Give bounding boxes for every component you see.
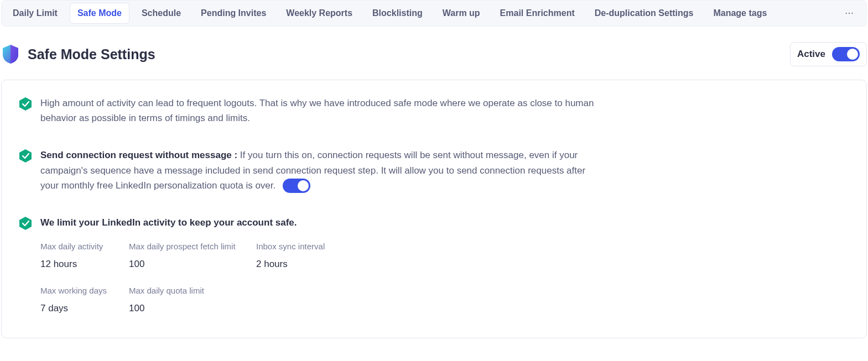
active-status-box: Active: [790, 42, 867, 66]
limit-value: 100: [129, 257, 256, 271]
tab-email-enrichment[interactable]: Email Enrichment: [492, 3, 583, 24]
limits-grid: Max daily activity 12 hours Max daily pr…: [40, 240, 389, 315]
more-tabs-button[interactable]: ···: [836, 4, 863, 23]
page-title: Safe Mode Settings: [28, 46, 155, 62]
limits-heading: We limit your LinkedIn activity to keep …: [40, 215, 389, 230]
no-message-text: Send connection request without message …: [40, 148, 605, 193]
info-item-limits: We limit your LinkedIn activity to keep …: [18, 215, 850, 316]
tab-safe-mode[interactable]: Safe Mode: [70, 3, 129, 24]
limit-max-daily-activity: Max daily activity 12 hours: [40, 240, 129, 271]
tab-warm-up[interactable]: Warm up: [435, 3, 488, 24]
no-message-bold: Send connection request without message …: [40, 150, 240, 160]
limit-label: Max daily activity: [40, 240, 129, 253]
limit-label: Max working days: [40, 284, 129, 297]
info-item-intro: High amount of activity can lead to freq…: [18, 96, 850, 125]
tab-schedule[interactable]: Schedule: [134, 3, 189, 24]
info-item-no-message: Send connection request without message …: [18, 148, 850, 193]
svg-marker-1: [19, 149, 32, 163]
limit-value: 12 hours: [40, 257, 129, 271]
shield-icon: [1, 44, 20, 65]
limit-label: Inbox sync interval: [256, 240, 389, 253]
hex-check-icon: [18, 216, 33, 231]
tab-bar: Daily Limit Safe Mode Schedule Pending I…: [1, 0, 867, 27]
tab-pending-invites[interactable]: Pending Invites: [193, 3, 274, 24]
active-toggle[interactable]: [832, 47, 860, 61]
tab-manage-tags[interactable]: Manage tags: [705, 3, 775, 24]
active-label: Active: [797, 49, 825, 60]
hex-check-icon: [18, 149, 33, 163]
limit-max-daily-quota: Max daily quota limit 100: [129, 284, 256, 316]
limit-value: 100: [129, 301, 256, 316]
tab-de-duplication-settings[interactable]: De-duplication Settings: [587, 3, 701, 24]
limit-max-working-days: Max working days 7 days: [40, 284, 129, 316]
limit-value: 2 hours: [256, 257, 389, 271]
limit-label: Max daily quota limit: [129, 284, 256, 297]
limit-label: Max daily prospect fetch limit: [129, 240, 256, 253]
page-header: Safe Mode Settings Active: [1, 27, 867, 80]
no-message-toggle[interactable]: [283, 179, 310, 193]
tab-daily-limit[interactable]: Daily Limit: [5, 3, 65, 24]
limit-inbox-sync-interval: Inbox sync interval 2 hours: [256, 240, 389, 271]
svg-marker-0: [19, 97, 32, 111]
intro-text: High amount of activity can lead to freq…: [40, 96, 605, 125]
limit-max-daily-prospect-fetch: Max daily prospect fetch limit 100: [129, 240, 256, 271]
tab-weekly-reports[interactable]: Weekly Reports: [278, 3, 360, 24]
settings-card: High amount of activity can lead to freq…: [1, 80, 867, 338]
hex-check-icon: [18, 97, 33, 111]
svg-marker-2: [19, 217, 32, 230]
limit-value: 7 days: [40, 301, 129, 316]
tab-blocklisting[interactable]: Blocklisting: [365, 3, 430, 24]
